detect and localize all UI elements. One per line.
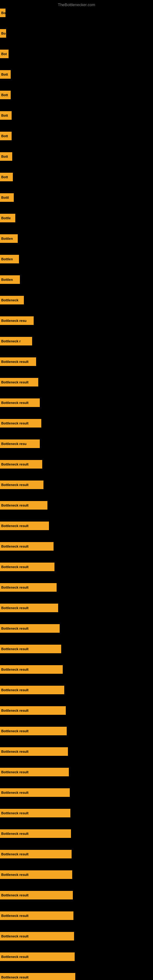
bar-label-14: Bottleneck xyxy=(1,298,18,302)
bar-item-14: Bottleneck xyxy=(0,296,24,304)
bar-item-24: Bottleneck result xyxy=(0,501,48,510)
bar-item-26: Bottleneck result xyxy=(0,542,54,550)
bar-label-16: Bottleneck r xyxy=(1,339,21,343)
bar-label-24: Bottleneck result xyxy=(1,503,29,507)
bar-item-36: Bottleneck result xyxy=(0,747,68,756)
bar-item-15: Bottleneck resu xyxy=(0,317,33,325)
bar-label-18: Bottleneck result xyxy=(1,380,29,384)
bar-label-41: Bottleneck result xyxy=(1,852,29,856)
bar-item-2: Bot xyxy=(0,49,9,58)
bar-item-40: Bottleneck result xyxy=(0,829,71,838)
bar-label-25: Bottleneck result xyxy=(1,524,29,528)
bar-label-36: Bottleneck result xyxy=(1,750,29,753)
bar-item-1: Bo xyxy=(0,29,6,38)
bar-item-13: Bottlen xyxy=(0,275,20,284)
bar-item-46: Bottleneck result xyxy=(0,953,75,961)
bar-item-29: Bottleneck result xyxy=(0,604,58,612)
bar-label-12: Bottlen xyxy=(1,257,13,261)
bar-label-15: Bottleneck resu xyxy=(1,319,27,323)
bar-label-5: Bott xyxy=(1,114,8,117)
bar-item-30: Bottleneck result xyxy=(0,624,60,633)
bar-label-7: Bott xyxy=(1,155,8,158)
bar-label-26: Bottleneck result xyxy=(1,544,29,548)
bar-item-8: Bott xyxy=(0,173,13,181)
bar-label-37: Bottleneck result xyxy=(1,770,29,774)
bar-label-35: Bottleneck result xyxy=(1,729,29,733)
bar-item-33: Bottleneck result xyxy=(0,686,64,694)
bar-label-9: Bottl xyxy=(1,196,9,199)
bar-label-40: Bottleneck result xyxy=(1,832,29,835)
bar-label-17: Bottleneck result xyxy=(1,360,29,364)
bar-item-21: Bottleneck resu xyxy=(0,439,40,448)
bar-label-44: Bottleneck result xyxy=(1,914,29,918)
bar-item-4: Bott xyxy=(0,91,11,99)
bar-item-10: Bottle xyxy=(0,214,15,222)
bar-item-18: Bottleneck result xyxy=(0,378,38,387)
bar-label-13: Bottlen xyxy=(1,278,13,282)
bar-item-27: Bottleneck result xyxy=(0,563,54,571)
bar-label-28: Bottleneck result xyxy=(1,585,29,589)
bar-item-47: Bottleneck result xyxy=(0,973,75,980)
bar-item-25: Bottleneck result xyxy=(0,522,49,530)
bar-item-42: Bottleneck result xyxy=(0,870,72,879)
bar-item-41: Bottleneck result xyxy=(0,850,72,858)
bar-label-23: Bottleneck result xyxy=(1,483,29,487)
bar-label-33: Bottleneck result xyxy=(1,688,29,692)
bar-item-35: Bottleneck result xyxy=(0,727,67,735)
bar-label-31: Bottleneck result xyxy=(1,647,29,651)
bar-item-37: Bottleneck result xyxy=(0,768,69,776)
bar-label-43: Bottleneck result xyxy=(1,893,29,897)
bar-label-6: Bott xyxy=(1,134,8,138)
bar-label-11: Bottlen xyxy=(1,237,13,240)
bar-label-0: Bo xyxy=(1,11,5,15)
bar-label-20: Bottleneck result xyxy=(1,422,29,425)
bar-item-5: Bott xyxy=(0,111,12,120)
bar-item-44: Bottleneck result xyxy=(0,912,73,920)
bar-item-43: Bottleneck result xyxy=(0,891,73,899)
bar-label-2: Bot xyxy=(1,52,7,56)
bar-item-39: Bottleneck result xyxy=(0,809,70,818)
bar-item-0: Bo xyxy=(0,9,5,17)
bar-item-34: Bottleneck result xyxy=(0,706,66,715)
bar-item-3: Bott xyxy=(0,70,11,79)
bar-item-20: Bottleneck result xyxy=(0,419,41,428)
bar-label-21: Bottleneck resu xyxy=(1,442,27,445)
bar-label-1: Bo xyxy=(1,32,6,35)
bar-label-10: Bottle xyxy=(1,216,11,220)
bar-item-17: Bottleneck result xyxy=(0,357,36,366)
bar-item-12: Bottlen xyxy=(0,255,19,263)
bar-label-8: Bott xyxy=(1,175,8,179)
bar-label-27: Bottleneck result xyxy=(1,565,29,569)
bar-label-46: Bottleneck result xyxy=(1,955,29,959)
bar-item-23: Bottleneck result xyxy=(0,480,43,489)
bar-label-32: Bottleneck result xyxy=(1,668,29,671)
bar-item-19: Bottleneck result xyxy=(0,398,40,407)
bar-label-29: Bottleneck result xyxy=(1,606,29,610)
bar-item-32: Bottleneck result xyxy=(0,665,63,674)
bar-item-9: Bottl xyxy=(0,193,14,202)
bar-label-39: Bottleneck result xyxy=(1,811,29,815)
bar-label-34: Bottleneck result xyxy=(1,709,29,712)
bar-label-45: Bottleneck result xyxy=(1,934,29,938)
bar-label-19: Bottleneck result xyxy=(1,401,29,404)
bar-label-38: Bottleneck result xyxy=(1,791,29,794)
bar-label-30: Bottleneck result xyxy=(1,627,29,630)
bar-item-28: Bottleneck result xyxy=(0,583,57,592)
bar-item-16: Bottleneck r xyxy=(0,337,32,345)
bar-label-42: Bottleneck result xyxy=(1,873,29,877)
bar-item-31: Bottleneck result xyxy=(0,645,61,653)
bar-item-22: Bottleneck result xyxy=(0,460,42,469)
bar-label-22: Bottleneck result xyxy=(1,463,29,466)
bar-item-38: Bottleneck result xyxy=(0,788,70,797)
bar-label-47: Bottleneck result xyxy=(1,975,29,979)
bar-item-7: Bott xyxy=(0,152,12,161)
bar-label-3: Bott xyxy=(1,73,8,76)
site-title: TheBottlenecker.com xyxy=(0,0,153,8)
bar-item-45: Bottleneck result xyxy=(0,932,74,940)
bar-label-4: Bott xyxy=(1,93,8,97)
bar-item-11: Bottlen xyxy=(0,234,18,243)
bar-item-6: Bott xyxy=(0,132,12,140)
